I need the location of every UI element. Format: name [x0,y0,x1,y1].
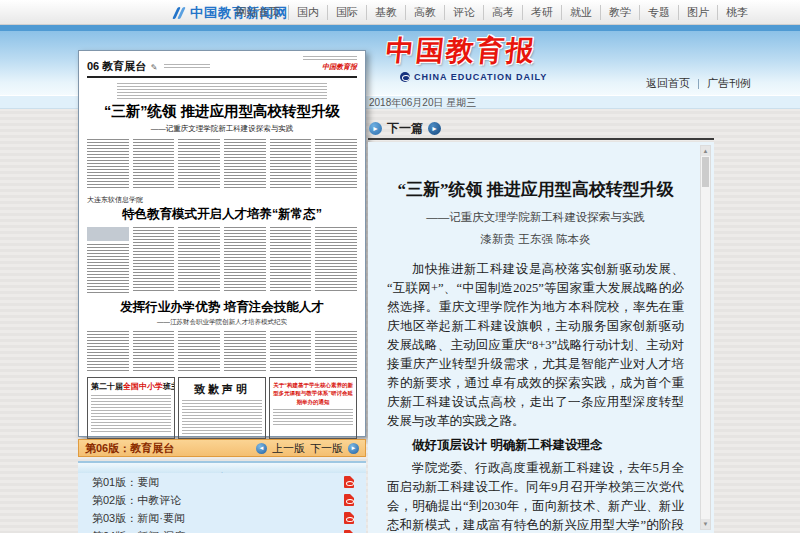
next-article-icon-left[interactable]: ► [369,122,382,135]
edition-label: 第03版：新闻·要闻 [92,511,344,526]
date-text: 2018年06月20日 星期三 [369,97,476,109]
newspaper-column-text [133,139,175,189]
newspaper-mini-logo: 中国教育报 [303,62,357,72]
nav-item-teaching[interactable]: 教学 [601,5,640,20]
next-article-icon-right[interactable]: ► [428,122,441,135]
newspaper-subhead-1: ——记重庆文理学院新工科建设探索与实践 [87,124,357,134]
masthead-title: 中国教育报 [384,32,549,70]
newspaper-column-text [133,331,175,371]
newspaper-subhead-3: ——江苏财会职业学院创新人才培养模式纪实 [87,318,357,327]
nav-item-domestic[interactable]: 国内 [289,5,328,20]
newspaper-column-text [315,139,357,189]
scrollbar-thumb[interactable] [702,157,709,187]
edition-row-03[interactable]: 第03版：新闻·要闻 [78,509,366,527]
collapse-list-bar[interactable]: ▲ [78,461,366,473]
newspaper-columns-3 [87,331,357,371]
newspaper-column-text [224,227,266,293]
nav-item-comment[interactable]: 评论 [445,5,484,20]
newspaper-column-text [224,331,266,371]
edition-row-01[interactable]: 第01版：要闻 [78,473,366,491]
newspaper-column-text [315,331,357,371]
prev-page-button[interactable]: 上一版 [272,441,305,456]
edition-list: 第01版：要闻 第02版：中教评论 第03版：新闻·要闻 第04版：新闻·深度 [78,473,366,533]
edition-row-02[interactable]: 第02版：中教评论 [78,491,366,509]
nav-item-employment[interactable]: 就业 [562,5,601,20]
newspaper-column-text [87,227,129,293]
prev-page-icon[interactable]: ◄ [256,443,267,454]
nav-item-international[interactable]: 国际 [328,5,367,20]
nav-item-photos[interactable]: 图片 [679,5,718,20]
current-edition-label: 第06版：教育展台 [85,441,174,456]
nav-item-higher-edu[interactable]: 高教 [406,5,445,20]
article-authors: 漆新贵 王东强 陈本炎 [387,232,684,247]
scroll-down-button[interactable]: ▼ [701,519,710,529]
newspaper-page-image[interactable]: 06 教育展台 ✎ 中国教育报 “三新”统领 推进应用型高校转型升级 ——记重庆… [78,50,366,437]
newspaper-header-smallprint [164,64,210,70]
pdf-icon[interactable] [344,476,354,488]
newspaper-inline-photo [87,227,129,241]
newspaper-column-text [315,227,357,293]
newspaper-column-text [87,331,129,371]
newspaper-column-text [270,331,312,371]
newspaper-bottom-notices: 第二十届全国中小学班主任大会 致歉声明 关于“构建基于学生核心素养的新型多元课程… [87,377,357,439]
page: 中国教育新闻网 网站首页 国内 国际 基教 高教 评论 高考 考研 就业 教学 … [0,0,800,533]
ad-rates-link[interactable]: 广告刊例 [699,76,759,91]
masthead-subtitle: CHINA EDUCATION DAILY [414,72,547,82]
article-paragraph-1: 加快推进新工科建设是高校落实创新驱动发展、“互联网+”、“中国制造2025”等国… [387,260,684,431]
pen-icon: ✎ [151,63,158,72]
nav-item-special[interactable]: 专题 [640,5,679,20]
newspaper-headline-1: “三新”统领 推进应用型高校转型升级 [87,102,357,121]
next-page-button[interactable]: 下一版 [310,441,343,456]
article-body: 加快推进新工科建设是高校落实创新驱动发展、“互联网+”、“中国制造2025”等国… [387,260,684,533]
next-page-icon[interactable]: ► [348,443,359,454]
newspaper-columns-2 [87,227,357,293]
scroll-up-button[interactable]: ▲ [701,146,710,156]
newspaper-header: 06 教育展台 ✎ 中国教育报 [87,56,357,78]
nav-item-kaoyan[interactable]: 考研 [523,5,562,20]
newspaper-lead-text [117,83,328,99]
newspaper-column-text [270,227,312,293]
masthead[interactable]: 中国教育报 CHINA EDUCATION DAILY [386,32,547,82]
nav-item-gaokao[interactable]: 高考 [484,5,523,20]
masthead-links: 返回首页 广告刊例 [638,76,759,91]
newspaper-headline-2: 特色教育模式开启人才培养“新常态” [87,206,357,223]
newspaper-column-text [178,331,220,371]
article-section-heading: 做好顶层设计 明确新工科建设理念 [387,436,684,455]
newspaper-column-text [87,139,129,189]
next-article-row: ► 下一篇 ► [369,120,441,137]
newspaper-edition-label: 06 教育展台 [87,60,146,72]
article-paragraph-2: 学院党委、行政高度重视新工科建设，去年5月全面启动新工科建设工作。同年9月召开学… [387,459,684,533]
article-subtitle: ——记重庆文理学院新工科建设探索与实践 [387,210,684,225]
globe-icon [400,72,410,82]
article-divider-line [368,138,714,140]
edition-label: 第02版：中教评论 [92,493,344,508]
pdf-icon[interactable] [344,512,354,524]
article-scrollbar[interactable]: ▲ ▼ [700,145,711,530]
newspaper-kicker-2: 大连东软信息学院 [87,195,357,205]
newspaper-column-text [178,139,220,189]
masthead-subtitle-row: CHINA EDUCATION DAILY [400,72,547,82]
nav-item-taoli[interactable]: 桃李 [718,5,756,20]
newspaper-headline-3: 发挥行业办学优势 培育注会技能人才 [87,299,357,316]
newspaper-columns-1 [87,139,357,189]
pdf-icon[interactable] [344,494,354,506]
notice-box-postpone: 关于“构建基于学生核心素养的新型多元课程与教学体系”研讨会延期举办的通知 [269,377,357,439]
article-title: “三新”统领 推进应用型高校转型升级 [387,178,684,201]
nav-item-basic-edu[interactable]: 基教 [367,5,406,20]
site-logo-icon [173,6,186,20]
back-home-link[interactable]: 返回首页 [638,76,698,91]
edition-label: 第04版：新闻·深度 [92,529,344,533]
edition-row-04[interactable]: 第04版：新闻·深度 [78,527,366,533]
notice-box-banzhuren: 第二十届全国中小学班主任大会 [87,377,175,439]
newspaper-column-text [133,227,175,293]
notice-box-apology: 致歉声明 [178,377,266,439]
newspaper-column-text [178,227,220,293]
top-nav-links: 网站首页 国内 国际 基教 高教 评论 高考 考研 就业 教学 专题 图片 桃李 [228,5,756,20]
nav-item-home[interactable]: 网站首页 [228,5,289,20]
newspaper-column-text [224,139,266,189]
article-panel: “三新”统领 推进应用型高校转型升级 ——记重庆文理学院新工科建设探索与实践 漆… [368,142,714,533]
edition-label: 第01版：要闻 [92,475,344,490]
next-article-link[interactable]: 下一篇 [387,120,423,137]
newspaper-column-text [270,139,312,189]
newspaper-issue-info [303,56,357,61]
